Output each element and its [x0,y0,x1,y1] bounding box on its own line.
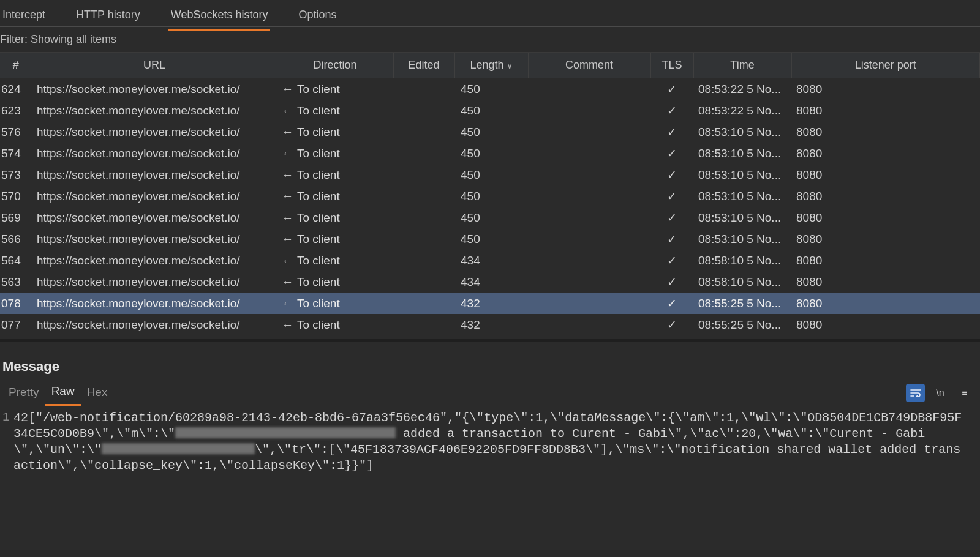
newline-button[interactable]: \n [931,384,949,402]
cell-direction: ←To client [277,314,393,335]
cell-time: 08:53:10 5 No... [693,207,791,228]
cell-direction: ←To client [277,271,393,293]
arrow-left-icon: ← [282,125,293,138]
cell-tls: ✓ [650,143,693,164]
arrow-left-icon: ← [282,190,293,203]
cell-url: https://socket.moneylover.me/socket.io/ [32,228,277,250]
cell-comment [528,271,650,293]
msg-tab-pretty[interactable]: Pretty [2,381,45,405]
col-length[interactable]: Length∨ [454,53,528,78]
cell-url: https://socket.moneylover.me/socket.io/ [32,207,277,228]
cell-port: 8080 [791,271,980,293]
cell-number: 570 [0,185,32,207]
col-listener-port[interactable]: Listener port [791,53,980,78]
arrow-left-icon: ← [282,83,293,95]
col-number[interactable]: # [0,53,32,78]
table-row[interactable]: 569https://socket.moneylover.me/socket.i… [0,207,980,228]
cell-time: 08:55:25 5 No... [693,293,791,314]
col-url[interactable]: URL [32,53,277,78]
col-time[interactable]: Time [693,53,791,78]
cell-url: https://socket.moneylover.me/socket.io/ [32,185,277,207]
table-row[interactable]: 623https://socket.moneylover.me/socket.i… [0,100,980,121]
message-tabs: Pretty Raw Hex \n ≡ [0,379,980,406]
cell-direction: ←To client [277,164,393,185]
col-direction[interactable]: Direction [277,53,393,78]
cell-number: 573 [0,164,32,185]
msg-tab-raw[interactable]: Raw [45,379,81,406]
tab-http-history[interactable]: HTTP history [74,5,143,29]
cell-url: https://socket.moneylover.me/socket.io/ [32,250,277,271]
cell-tls: ✓ [650,271,693,293]
raw-message-body[interactable]: 1 42["/web-notification/60289a98-2143-42… [0,406,980,474]
cell-number: 077 [0,314,32,335]
cell-url: https://socket.moneylover.me/socket.io/ [32,78,277,100]
cell-length: 432 [454,314,528,335]
menu-button[interactable]: ≡ [956,384,974,402]
hamburger-icon: ≡ [962,387,967,398]
col-tls[interactable]: TLS [650,53,693,78]
table-row[interactable]: 624https://socket.moneylover.me/socket.i… [0,78,980,100]
raw-content[interactable]: 42["/web-notification/60289a98-2143-42eb… [13,410,980,474]
table-row[interactable]: 564https://socket.moneylover.me/socket.i… [0,250,980,271]
table-row[interactable]: 566https://socket.moneylover.me/socket.i… [0,228,980,250]
table-row[interactable]: 574https://socket.moneylover.me/socket.i… [0,143,980,164]
cell-comment [528,100,650,121]
cell-direction: ←To client [277,143,393,164]
col-edited[interactable]: Edited [393,53,454,78]
cell-comment [528,228,650,250]
line-gutter: 1 [0,410,13,474]
msg-tab-hex[interactable]: Hex [81,381,114,405]
cell-comment [528,314,650,335]
cell-time: 08:53:22 5 No... [693,100,791,121]
table-header: # URL Direction Edited Length∨ Comment T… [0,53,980,78]
wrap-icon [910,389,921,397]
arrow-left-icon: ← [282,318,293,331]
cell-time: 08:53:10 5 No... [693,228,791,250]
cell-time: 08:55:25 5 No... [693,314,791,335]
cell-comment [528,207,650,228]
cell-port: 8080 [791,293,980,314]
cell-number: 564 [0,250,32,271]
cell-time: 08:53:22 5 No... [693,78,791,100]
arrow-left-icon: ← [282,297,293,310]
cell-url: https://socket.moneylover.me/socket.io/ [32,121,277,143]
cell-port: 8080 [791,100,980,121]
message-panel: Message Pretty Raw Hex \n ≡ 1 42["/web-n… [0,339,980,474]
table-row[interactable]: 570https://socket.moneylover.me/socket.i… [0,185,980,207]
table-row[interactable]: 078https://socket.moneylover.me/socket.i… [0,293,980,314]
table-row[interactable]: 077https://socket.moneylover.me/socket.i… [0,314,980,335]
cell-length: 450 [454,228,528,250]
cell-url: https://socket.moneylover.me/socket.io/ [32,100,277,121]
cell-length: 450 [454,100,528,121]
tab-websockets-history[interactable]: WebSockets history [168,5,271,31]
table-row[interactable]: 573https://socket.moneylover.me/socket.i… [0,164,980,185]
cell-comment [528,250,650,271]
cell-direction: ←To client [277,185,393,207]
tab-options[interactable]: Options [296,5,339,29]
cell-url: https://socket.moneylover.me/socket.io/ [32,314,277,335]
cell-direction: ←To client [277,121,393,143]
table-row[interactable]: 563https://socket.moneylover.me/socket.i… [0,271,980,293]
redacted-segment [175,427,396,438]
cell-edited [393,293,454,314]
cell-port: 8080 [791,185,980,207]
cell-length: 450 [454,207,528,228]
table-row[interactable]: 576https://socket.moneylover.me/socket.i… [0,121,980,143]
cell-direction: ←To client [277,78,393,100]
col-comment[interactable]: Comment [528,53,650,78]
cell-number: 623 [0,100,32,121]
cell-port: 8080 [791,228,980,250]
cell-tls: ✓ [650,78,693,100]
cell-edited [393,271,454,293]
tab-intercept[interactable]: Intercept [0,5,48,29]
cell-port: 8080 [791,207,980,228]
cell-direction: ←To client [277,293,393,314]
wrap-toggle-button[interactable] [907,384,925,402]
cell-time: 08:58:10 5 No... [693,271,791,293]
filter-bar[interactable]: Filter: Showing all items [0,27,980,53]
cell-comment [528,164,650,185]
cell-direction: ←To client [277,100,393,121]
cell-tls: ✓ [650,100,693,121]
message-title: Message [0,359,980,379]
cell-comment [528,121,650,143]
